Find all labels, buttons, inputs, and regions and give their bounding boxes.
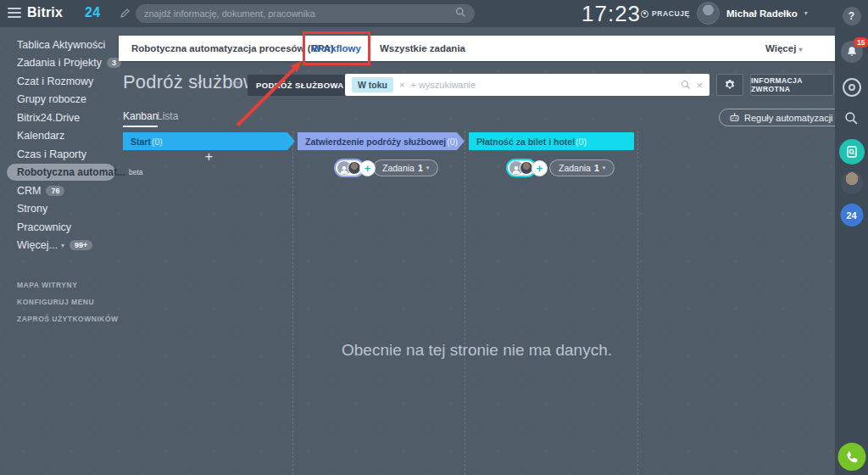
tab-more-label: Więcej bbox=[765, 43, 796, 53]
kanban-column-header-approval[interactable]: Zatwierdzenie podróży służbowej(0) bbox=[298, 132, 465, 150]
filter-search-input[interactable] bbox=[410, 80, 676, 90]
notifications-button[interactable]: 15 bbox=[841, 41, 863, 63]
column-name: Zatwierdzenie podróży służbowej bbox=[305, 137, 446, 147]
view-tab-list[interactable]: Lista bbox=[157, 110, 178, 122]
top-bar: Bitrix24 17:23 PRACUJĘ Michał Radełko ▾ bbox=[0, 0, 868, 27]
counter-badge: 76 bbox=[46, 186, 64, 196]
sidebar-item-calendar[interactable]: Kalendarz bbox=[0, 127, 119, 146]
add-item-button[interactable]: + bbox=[123, 149, 295, 165]
filter-search-bar: W toku × × bbox=[345, 74, 709, 96]
sidebar-item-label: Bitrix24.Drive bbox=[17, 112, 80, 124]
filter-chip[interactable]: W toku bbox=[352, 77, 393, 92]
tab-rpa[interactable]: Robotyczna automatyzacja procesów (RPA) bbox=[131, 36, 334, 61]
sidebar-item-label: Zadania i Projekty bbox=[17, 57, 102, 69]
user-avatar bbox=[697, 2, 720, 25]
support-button[interactable] bbox=[843, 78, 861, 97]
settings-button[interactable] bbox=[716, 74, 743, 96]
sidebar-item-crm[interactable]: CRM76 bbox=[0, 182, 119, 200]
sidebar-item-label: Czas i Raporty bbox=[17, 148, 86, 160]
section-tab-bar: Robotyczna automatyzacja procesów (RPA) … bbox=[119, 36, 835, 61]
tasks-label: Zadania bbox=[382, 163, 415, 173]
sidebar-item-chat[interactable]: Czat i Rozmowy bbox=[0, 72, 119, 91]
sidebar-item-time-reports[interactable]: Czas i Raporty bbox=[0, 145, 119, 164]
automation-rules-label: Reguły automatyzacji bbox=[744, 113, 833, 123]
user-name: Michał Radełko bbox=[726, 8, 798, 19]
work-status-toggle[interactable]: PRACUJĘ bbox=[641, 9, 690, 18]
tab-all-tasks[interactable]: Wszystkie zadania bbox=[380, 36, 465, 61]
global-search-input[interactable] bbox=[144, 8, 455, 19]
empty-state-message: Obecnie na tej stronie nie ma danych. bbox=[119, 341, 835, 360]
sidebar-item-tasks-projects[interactable]: Zadania i Projekty3 bbox=[0, 54, 119, 73]
process-selector-label: PODRÓŻ SŁUŻBOWA bbox=[256, 81, 344, 90]
rail-user-avatar[interactable] bbox=[840, 171, 863, 194]
sidebar-item-activity-stream[interactable]: Tablica Aktywności bbox=[0, 36, 119, 54]
status-dot-icon bbox=[641, 10, 648, 18]
tasks-counter-pill[interactable]: Zadania 1 ▾ bbox=[373, 159, 438, 176]
column-separator bbox=[465, 131, 465, 475]
logo-text: Bitrix bbox=[27, 5, 63, 20]
kanban-column-header-start[interactable]: Start(0) bbox=[123, 132, 295, 150]
bitrix24-badge[interactable]: 24 bbox=[840, 204, 863, 226]
add-assignee-button[interactable]: + bbox=[359, 160, 376, 176]
chip-close-icon[interactable]: × bbox=[399, 80, 404, 90]
clock[interactable]: 17:23 bbox=[581, 1, 641, 27]
column-separator bbox=[637, 131, 638, 475]
counter-badge: 99+ bbox=[70, 240, 92, 250]
clear-filter-icon[interactable]: × bbox=[696, 79, 703, 92]
chevron-down-icon: ▾ bbox=[799, 46, 803, 53]
favorite-star-icon[interactable]: ☆ bbox=[230, 76, 241, 92]
edit-pencil-icon[interactable] bbox=[120, 7, 131, 22]
column-name: Start bbox=[131, 137, 151, 147]
user-menu[interactable]: Michał Radełko ▾ bbox=[697, 2, 808, 25]
add-assignee-button[interactable]: + bbox=[531, 160, 548, 176]
tasks-label: Zadania bbox=[559, 163, 591, 173]
configure-menu-link[interactable]: KONFIGURUJ MENU bbox=[0, 293, 119, 310]
sidebar-item-label: Tablica Aktywności bbox=[17, 39, 105, 51]
phone-icon bbox=[844, 450, 859, 464]
logo-24: 24 bbox=[85, 5, 100, 20]
automation-rules-button[interactable]: Reguły automatyzacji bbox=[719, 109, 843, 126]
call-button[interactable] bbox=[837, 443, 865, 471]
sitemap-link[interactable]: MAPA WITRYNY bbox=[0, 277, 119, 293]
sidebar-item-workgroups[interactable]: Grupy robocze bbox=[0, 91, 119, 109]
tab-more[interactable]: Więcej ▾ bbox=[765, 36, 803, 61]
app-logo[interactable]: Bitrix24 bbox=[27, 5, 100, 20]
sidebar-item-label: Grupy robocze bbox=[17, 93, 86, 105]
rail-search-button[interactable] bbox=[843, 109, 861, 127]
chevron-down-icon: ▾ bbox=[61, 242, 64, 249]
sidebar-footer: MAPA WITRYNY KONFIGURUJ MENU ZAPROŚ UŻYT… bbox=[0, 277, 119, 327]
sidebar: Tablica Aktywności Zadania i Projekty3 C… bbox=[0, 27, 119, 475]
tasks-counter-pill[interactable]: Zadania 1 ▾ bbox=[549, 159, 615, 176]
sidebar-item-label: Kalendarz bbox=[17, 130, 64, 142]
gear-icon bbox=[724, 79, 736, 91]
sidebar-item-rpa-active[interactable]: Robotyczna automat... beta bbox=[0, 164, 119, 182]
sidebar-item-employees[interactable]: Pracownicy bbox=[0, 218, 119, 237]
sidebar-item-more[interactable]: Więcej...▾99+ bbox=[0, 237, 119, 255]
column-count: (0) bbox=[576, 137, 587, 147]
search-documents-button[interactable] bbox=[839, 139, 865, 165]
search-icon[interactable] bbox=[455, 6, 466, 21]
tab-workflows[interactable]: Workflowy bbox=[312, 36, 361, 61]
view-tab-kanban[interactable]: Kanban bbox=[123, 110, 158, 127]
chevron-down-icon: ▾ bbox=[804, 9, 808, 17]
feedback-button[interactable]: INFORMACJA ZWROTNA bbox=[750, 74, 834, 96]
chevron-down-icon: ▾ bbox=[426, 165, 430, 171]
chevron-down-icon: ▾ bbox=[603, 165, 606, 171]
sidebar-item-label: Czat i Rozmowy bbox=[17, 75, 93, 87]
column-name: Płatność za bilet i hotel bbox=[476, 137, 575, 147]
sidebar-item-sites[interactable]: Strony bbox=[0, 200, 119, 219]
kanban-column-header-payment[interactable]: Płatność za bilet i hotel(0) bbox=[469, 132, 634, 150]
help-button[interactable]: ? bbox=[843, 7, 861, 25]
hamburger-menu-icon[interactable] bbox=[8, 8, 21, 18]
sidebar-item-label: Pracownicy bbox=[17, 221, 71, 233]
search-icon[interactable] bbox=[681, 80, 691, 90]
column-count: (0) bbox=[447, 137, 458, 147]
b24-label: 24 bbox=[846, 210, 856, 221]
tasks-count: 1 bbox=[594, 163, 599, 173]
global-search bbox=[136, 4, 475, 23]
invite-users-link[interactable]: ZAPROŚ UŻYTKOWNIKÓW bbox=[0, 310, 119, 327]
sidebar-item-label: Więcej... bbox=[17, 239, 58, 251]
assignee-group: + bbox=[506, 159, 548, 177]
help-icon: ? bbox=[849, 10, 854, 22]
sidebar-item-drive[interactable]: Bitrix24.Drive bbox=[0, 109, 119, 127]
